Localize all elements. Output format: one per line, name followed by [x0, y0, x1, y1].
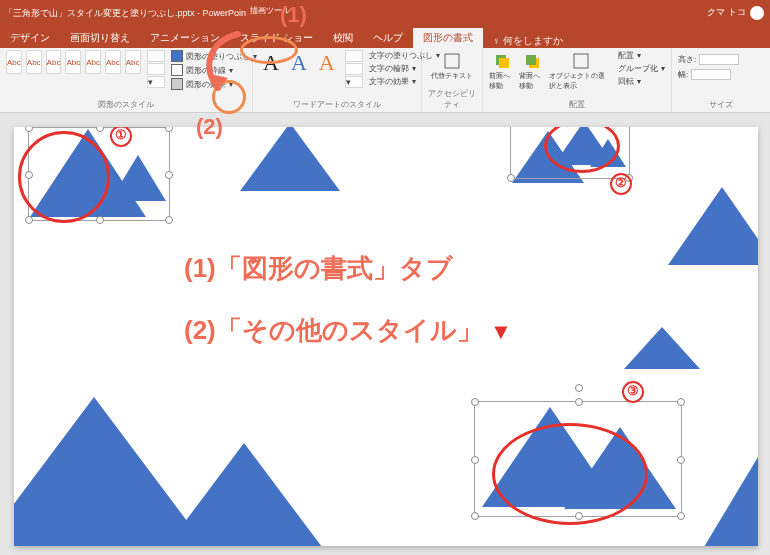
- svg-rect-5: [574, 54, 588, 68]
- gallery-scroll-down[interactable]: [345, 63, 363, 75]
- shape-style-thumb[interactable]: Abc: [26, 50, 42, 74]
- gallery-scroll-up[interactable]: [147, 50, 165, 62]
- svg-rect-2: [499, 58, 509, 68]
- selection-box: [474, 401, 682, 517]
- shape-style-thumb[interactable]: Abc: [65, 50, 81, 74]
- down-triangle-icon: ▼: [490, 319, 512, 344]
- group-label-wordart: ワードアートのスタイル: [259, 99, 415, 112]
- svg-rect-4: [526, 55, 536, 65]
- ribbon: Abc Abc Abc Abc Abc Abc Abc ▾ 図形の塗りつぶし ▾…: [0, 48, 770, 113]
- annotation-number-3: ③: [622, 381, 644, 403]
- alt-text-label: 代替テキスト: [431, 71, 473, 81]
- tell-me-search[interactable]: ♀ 何をしますか: [493, 34, 563, 48]
- height-row: 高さ:: [678, 54, 739, 65]
- alt-text-button[interactable]: 代替テキスト: [431, 50, 473, 81]
- tab-review[interactable]: 校閲: [323, 28, 363, 48]
- selection-box: [510, 127, 630, 179]
- gallery-more-button[interactable]: ▾: [345, 76, 363, 88]
- group-label-access: アクセシビリティ: [428, 88, 476, 112]
- select-label: オブジェクトの選択と表示: [549, 71, 612, 91]
- group-size: 高さ: 幅: サイズ: [672, 48, 770, 112]
- annotation-text-2: (2)「その他のスタイル」 ▼: [184, 313, 512, 348]
- effects-icon: [171, 78, 183, 90]
- front-label: 前面へ移動: [489, 71, 515, 91]
- file-name: 「三角形で山」スタイル変更と塗りつぶし.pptx - PowerPoint: [4, 7, 249, 20]
- tab-shape-format[interactable]: 図形の書式: [413, 28, 483, 48]
- rotate-button[interactable]: 回転 ▾: [618, 76, 665, 87]
- select-icon: [572, 52, 590, 70]
- group-label-size: サイズ: [678, 99, 764, 112]
- arrange-list: 配置 ▾ グループ化 ▾ 回転 ▾: [618, 50, 665, 87]
- group-button[interactable]: グループ化 ▾: [618, 63, 665, 74]
- send-backward-button[interactable]: 背面へ移動: [519, 50, 545, 91]
- group-arrange: 前面へ移動 背面へ移動 オブジェクトの選択と表示 配置 ▾ グループ化 ▾ 回転…: [483, 48, 672, 112]
- shape-style-thumb[interactable]: Abc: [125, 50, 141, 74]
- tab-help[interactable]: ヘルプ: [363, 28, 413, 48]
- ribbon-tabs: デザイン 画面切り替え アニメーション スライド ショー 校閲 ヘルプ 図形の書…: [0, 26, 770, 48]
- shape-triangle[interactable]: [668, 187, 758, 265]
- selection-box: [28, 127, 170, 221]
- canvas-area: ① ② ③ (1)「図形の書式」タブ (2)「その他のスタイル」 ▼: [14, 127, 756, 546]
- wordart-style-thumb[interactable]: A: [315, 50, 339, 76]
- shape-style-thumb[interactable]: Abc: [85, 50, 101, 74]
- text-effects-label: 文字の効果: [369, 76, 409, 87]
- back-label: 背面へ移動: [519, 71, 545, 91]
- back-icon: [523, 52, 541, 70]
- width-input[interactable]: [691, 69, 731, 80]
- shape-triangle[interactable]: [624, 327, 700, 369]
- height-input[interactable]: [699, 54, 739, 65]
- bring-forward-button[interactable]: 前面へ移動: [489, 50, 515, 91]
- user-name: クマ トコ: [707, 6, 746, 19]
- group-btn-label: グループ化: [618, 63, 658, 74]
- width-label: 幅:: [678, 69, 688, 80]
- gallery-more-button[interactable]: ▾: [147, 76, 165, 88]
- height-label: 高さ:: [678, 54, 696, 65]
- gallery-scroll-down[interactable]: [147, 63, 165, 75]
- shape-triangle[interactable]: [154, 443, 334, 546]
- tab-design[interactable]: デザイン: [0, 28, 60, 48]
- shape-triangle[interactable]: [240, 127, 340, 191]
- annotation-text-1: (1)「図形の書式」タブ: [184, 251, 453, 286]
- group-label-arrange: 配置: [489, 99, 665, 112]
- bucket-icon: [171, 50, 183, 62]
- gallery-scroll-up[interactable]: [345, 50, 363, 62]
- tab-transitions[interactable]: 画面切り替え: [60, 28, 140, 48]
- align-button[interactable]: 配置 ▾: [618, 50, 665, 61]
- tell-me-label: 何をしますか: [503, 35, 563, 46]
- title-bar: 「三角形で山」スタイル変更と塗りつぶし.pptx - PowerPoint 描画…: [0, 0, 770, 26]
- annotation-arrow: [194, 24, 254, 104]
- alt-text-icon: [443, 52, 461, 70]
- rotate-label: 回転: [618, 76, 634, 87]
- shape-style-thumb[interactable]: Abc: [105, 50, 121, 74]
- shape-triangle[interactable]: [704, 447, 758, 546]
- align-label: 配置: [618, 50, 634, 61]
- width-row: 幅:: [678, 69, 731, 80]
- slide[interactable]: ① ② ③ (1)「図形の書式」タブ (2)「その他のスタイル」 ▼: [14, 127, 758, 546]
- tool-context-label: 描画ツール: [246, 5, 294, 16]
- group-accessibility: 代替テキスト アクセシビリティ: [422, 48, 483, 112]
- text-outline-label: 文字の輪郭: [369, 63, 409, 74]
- selection-pane-button[interactable]: オブジェクトの選択と表示: [549, 50, 612, 91]
- svg-rect-0: [445, 54, 459, 68]
- avatar[interactable]: [750, 6, 764, 20]
- shape-style-thumb[interactable]: Abc: [6, 50, 22, 74]
- shape-style-thumb[interactable]: Abc: [46, 50, 62, 74]
- front-icon: [493, 52, 511, 70]
- pen-icon: [171, 64, 183, 76]
